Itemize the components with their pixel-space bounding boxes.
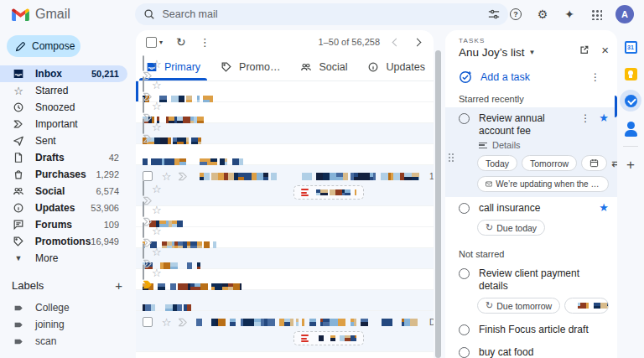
row-checkbox[interactable] — [143, 317, 153, 327]
attachment-chip[interactable] — [293, 331, 364, 345]
row-checkbox[interactable] — [143, 201, 144, 217]
task-drag-handle[interactable] — [448, 153, 454, 163]
row-checkbox[interactable] — [143, 180, 144, 196]
row-checkbox[interactable] — [143, 264, 144, 280]
task-star-icon[interactable]: ★ — [599, 112, 609, 124]
row-checkbox[interactable] — [143, 222, 144, 238]
calendar-app-icon[interactable]: 31 — [617, 34, 644, 60]
email-row[interactable]: ☆ 2:32 AM — [136, 144, 434, 165]
task-complete-circle[interactable] — [459, 113, 470, 124]
row-star-icon[interactable]: ☆ — [152, 204, 162, 216]
help-icon[interactable]: ? — [508, 7, 523, 22]
importance-marker-icon[interactable] — [143, 134, 273, 143]
sidebar-item-promotions[interactable]: Promotions 16,949 — [0, 233, 127, 250]
date-chip-today[interactable]: Today — [477, 155, 517, 171]
email-rows: ☆ 12:08 PM ☆ 11:01 AM — [136, 81, 434, 352]
task-item[interactable]: buy cat food ⋮ ★ ⇄ ↻ — [445, 341, 617, 358]
task-complete-circle[interactable] — [459, 347, 470, 358]
row-star-icon[interactable]: ☆ — [152, 225, 162, 237]
contacts-app-icon[interactable] — [617, 114, 644, 141]
linked-email-chip[interactable]: … — [564, 298, 609, 314]
search-icon[interactable] — [143, 8, 155, 20]
add-task-icon[interactable] — [459, 70, 472, 84]
row-checkbox[interactable] — [143, 55, 144, 71]
task-complete-circle[interactable] — [459, 324, 470, 335]
open-in-new-icon[interactable] — [579, 44, 589, 55]
account-avatar[interactable]: A — [615, 5, 634, 23]
sidebar-item-more[interactable]: ▼ More — [0, 250, 127, 267]
row-star-icon[interactable]: ☆ — [152, 267, 162, 279]
add-task-button[interactable]: Add a task — [480, 71, 582, 83]
sidebar-item-social[interactable]: Social 6,574 — [0, 183, 127, 200]
google-apps-icon[interactable] — [589, 7, 604, 22]
importance-marker-icon[interactable] — [178, 318, 190, 327]
tab-updates[interactable]: Updates — [357, 54, 434, 80]
row-star-icon[interactable]: ☆ — [152, 183, 162, 195]
importance-marker-icon[interactable] — [178, 172, 190, 181]
task-item[interactable]: Review client payment details ⋮ ★ ⇄ ↻ Du… — [445, 262, 617, 319]
sidebar-item-forums[interactable]: Forums 109 — [0, 216, 127, 233]
importance-marker-icon[interactable] — [143, 280, 273, 289]
sidebar-item-sent[interactable]: Sent — [0, 132, 127, 149]
more-options-icon[interactable]: ⋮ — [200, 36, 210, 49]
tasks-options-icon[interactable]: ⋮ — [590, 71, 600, 83]
row-star-icon[interactable]: ☆ — [152, 121, 162, 133]
task-details-row[interactable]: Details — [479, 140, 609, 150]
row-star-icon[interactable]: ☆ — [160, 316, 173, 329]
sidebar-item-purchases[interactable]: Purchases 1,292 — [0, 166, 127, 183]
task-item[interactable]: Review annual account fee ⋮ ★ Details To… — [445, 107, 617, 197]
list-scrollbar[interactable] — [435, 50, 441, 358]
keep-app-icon[interactable] — [617, 60, 644, 87]
gmail-brand[interactable]: Gmail — [0, 7, 135, 22]
linked-email-chip[interactable]: We’re updating when the annual ac… — [477, 176, 609, 192]
task-complete-circle[interactable] — [459, 203, 470, 214]
get-addons-icon[interactable]: + — [617, 152, 644, 179]
attachment-chip[interactable] — [293, 185, 364, 200]
newer-page-icon[interactable] — [392, 38, 401, 46]
email-row[interactable]: ☆ Dec 17 — [136, 290, 434, 311]
sidebar-item-drafts[interactable]: Drafts 42 — [0, 149, 127, 166]
close-panel-icon[interactable]: × — [601, 44, 609, 56]
settings-gear-icon[interactable]: ⚙ — [535, 7, 550, 22]
due-date-chip[interactable]: ↻ Due today — [477, 220, 545, 236]
search-input[interactable]: Search mail — [135, 3, 508, 25]
row-star-icon[interactable]: ☆ — [152, 79, 162, 91]
sidebar-item-important[interactable]: Important — [0, 116, 127, 132]
row-checkbox[interactable] — [143, 97, 144, 113]
task-item[interactable]: Finish Focus article draft ⋮ ★ ⇄ ↻ — [445, 319, 617, 341]
task-item[interactable]: call insurance ⋮ ★ ⇄ ↻ Due today — [445, 197, 617, 241]
task-star-icon[interactable]: ★ — [599, 202, 609, 214]
tab-social[interactable]: Social — [290, 54, 357, 80]
sidebar-item-snoozed[interactable]: Snoozed — [0, 99, 127, 116]
swap-repeat-icon[interactable]: ⇄ — [611, 157, 617, 169]
task-complete-circle[interactable] — [459, 268, 470, 279]
task-list-selector[interactable]: Anu Joy’s list ▼ — [459, 46, 579, 59]
row-star-icon[interactable]: ☆ — [152, 100, 162, 112]
sidebar-label-joining[interactable]: joining — [0, 316, 134, 333]
row-checkbox[interactable] — [143, 76, 144, 92]
gemini-sparkle-icon[interactable]: ✦ — [562, 7, 577, 22]
older-page-icon[interactable] — [413, 38, 422, 46]
date-chip-tomorrow[interactable]: Tomorrow — [522, 155, 577, 171]
email-row[interactable]: ☆ Dec 17 — [136, 311, 434, 352]
search-options-icon[interactable] — [488, 8, 500, 20]
sidebar-label-college[interactable]: College — [0, 299, 134, 316]
task-options-icon[interactable]: ⋮ — [580, 112, 590, 124]
row-star-icon[interactable]: ☆ — [152, 246, 162, 258]
due-date-chip[interactable]: ↻ Due tomorrow — [477, 298, 560, 314]
select-dropdown-icon[interactable]: ▾ — [159, 39, 163, 46]
tasks-app-icon[interactable] — [617, 87, 644, 114]
sidebar-item-starred[interactable]: ☆ Starred — [0, 82, 127, 99]
sidebar-label-scan[interactable]: scan — [0, 333, 134, 350]
compose-button[interactable]: Compose — [7, 35, 80, 57]
sidebar-item-inbox[interactable]: Inbox 50,211 — [0, 65, 127, 82]
row-checkbox[interactable] — [143, 171, 153, 181]
row-checkbox[interactable] — [143, 243, 144, 259]
refresh-icon[interactable]: ↻ — [176, 35, 186, 49]
create-label-icon[interactable]: + — [115, 278, 122, 293]
select-all-checkbox[interactable] — [146, 37, 157, 48]
pick-date-chip[interactable] — [581, 155, 607, 171]
row-checkbox[interactable] — [143, 118, 144, 134]
sidebar-item-updates[interactable]: Updates 53,906 — [0, 200, 127, 216]
row-star-icon[interactable]: ☆ — [152, 58, 162, 70]
